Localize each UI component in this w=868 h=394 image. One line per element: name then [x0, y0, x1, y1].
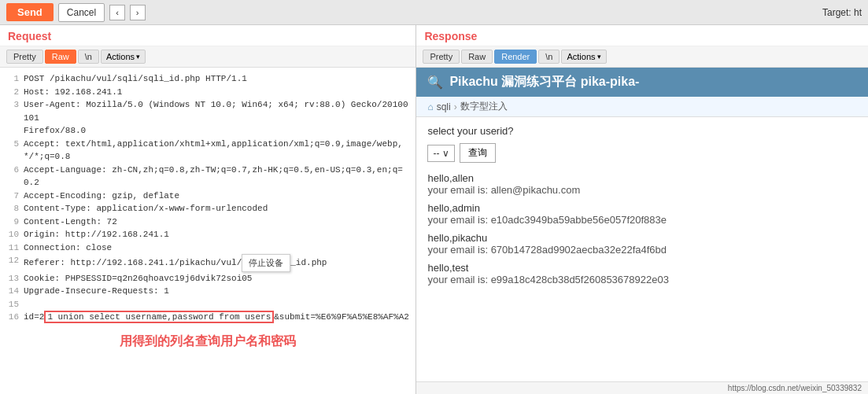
request-panel: Request Pretty Raw \n Actions ▾ 1POST /p… — [0, 25, 416, 394]
response-page-header: 🔍 Pikachu 漏洞练习平台 pika-pika- — [416, 68, 868, 97]
table-row: 12Referer: http://192.168.241.1/pikachu/… — [6, 254, 409, 272]
response-rendered-content[interactable]: 🔍 Pikachu 漏洞练习平台 pika-pika- ⌂ sqli › 数字型… — [416, 68, 868, 381]
breadcrumb-separator: › — [454, 101, 457, 112]
result-name-admin: hello,admin — [427, 202, 857, 214]
query-button[interactable]: 查询 — [460, 143, 496, 163]
search-icon: 🔍 — [427, 75, 443, 90]
table-row: 15 — [6, 298, 409, 311]
tab-pretty-request[interactable]: Pretty — [6, 50, 43, 64]
status-bar: https://blog.csdn.net/weixin_50339832 — [416, 381, 868, 394]
table-row: 9Content-Length: 72 — [6, 215, 409, 229]
tab-render-response[interactable]: Render — [494, 50, 537, 64]
request-header: Request — [0, 25, 416, 46]
response-tabs: Pretty Raw Render \n Actions ▾ — [416, 46, 868, 68]
nav-fwd-button[interactable]: › — [130, 5, 146, 20]
actions-chevron-response: ▾ — [597, 53, 601, 61]
result-name-allen: hello,allen — [427, 172, 857, 184]
send-button[interactable]: Send — [6, 3, 54, 21]
response-panel: Response Pretty Raw Render \n Actions ▾ … — [416, 25, 868, 394]
select-chevron-icon: ∨ — [442, 148, 449, 159]
table-row: 14Upgrade-Insecure-Requests: 1 — [6, 285, 409, 298]
result-allen: hello,allen your email is: allen@pikachu… — [427, 172, 857, 196]
result-email-allen: your email is: allen@pikachu.com — [427, 184, 857, 196]
userid-question: select your userid? — [427, 125, 857, 137]
main-content: Request Pretty Raw \n Actions ▾ 1POST /p… — [0, 25, 868, 394]
result-test: hello,test your email is: e99a18c428cb38… — [427, 262, 857, 285]
table-row: Firefox/88.0 — [6, 124, 409, 138]
tab-n-response[interactable]: \n — [538, 50, 560, 64]
result-email-admin: your email is: e10adc3949ba59abbe56e057f… — [427, 214, 857, 226]
table-row: 10Origin: http://192.168.241.1 — [6, 228, 409, 241]
table-row: 3User-Agent: Mozilla/5.0 (Windows NT 10.… — [6, 98, 409, 124]
select-placeholder: -- — [433, 148, 439, 159]
table-row: 1POST /pikachu/vul/sqli/sqli_id.php HTTP… — [6, 72, 409, 86]
table-row: 13Cookie: PHPSESSID=q2n26qhoavc19j6dvik7… — [6, 272, 409, 285]
nav-back-button[interactable]: ‹ — [109, 5, 125, 20]
actions-label-request: Actions — [106, 52, 135, 61]
toolbar: Send Cancel ‹ › Target: ht — [0, 0, 868, 25]
result-pikachu: hello,pikachu your email is: 670b14728ad… — [427, 232, 857, 256]
tab-raw-request[interactable]: Raw — [45, 50, 76, 64]
breadcrumb: ⌂ sqli › 数字型注入 — [416, 97, 868, 117]
home-icon: ⌂ — [427, 101, 433, 112]
breadcrumb-current: 数字型注入 — [460, 100, 508, 113]
response-page-title: Pikachu 漏洞练习平台 pika-pika- — [449, 74, 639, 90]
page-body: select your userid? -- ∨ 查询 hello,allen … — [416, 117, 868, 300]
annotation-text: 用得到的列名查询用户名和密码 — [6, 324, 409, 354]
userid-select-row[interactable]: -- ∨ 查询 — [427, 143, 857, 163]
tab-raw-response[interactable]: Raw — [461, 50, 493, 64]
request-tabs: Pretty Raw \n Actions ▾ — [0, 46, 416, 68]
result-admin: hello,admin your email is: e10adc3949ba5… — [427, 202, 857, 226]
result-name-test: hello,test — [427, 262, 857, 274]
actions-button-response[interactable]: Actions ▾ — [561, 50, 606, 64]
response-header: Response — [416, 25, 868, 46]
userid-select[interactable]: -- ∨ — [427, 145, 455, 162]
table-row: 11Connection: close — [6, 241, 409, 255]
stop-device-popup: 停止设备 — [242, 254, 290, 272]
table-row: 6Accept-Language: zh-CN,zh;q=0.8,zh-TW;q… — [6, 164, 409, 190]
table-row: 7Accept-Encoding: gzip, deflate — [6, 190, 409, 203]
tab-pretty-response[interactable]: Pretty — [423, 50, 460, 64]
result-email-test: your email is: e99a18c428cb38d5f26085367… — [427, 274, 857, 285]
cancel-button[interactable]: Cancel — [58, 3, 105, 22]
sql-injection-highlight: 1 union select username,password from us… — [44, 311, 274, 323]
table-row: 8Content-Type: application/x-www-form-ur… — [6, 202, 409, 215]
table-row: 16 id=21 union select username,password … — [6, 311, 409, 324]
table-row: 5Accept: text/html,application/xhtml+xml… — [6, 138, 409, 164]
table-row: 2Host: 192.168.241.1 — [6, 86, 409, 99]
actions-button-request[interactable]: Actions ▾ — [101, 50, 146, 64]
request-code-area[interactable]: 1POST /pikachu/vul/sqli/sqli_id.php HTTP… — [0, 68, 416, 394]
actions-label-response: Actions — [567, 52, 595, 61]
breadcrumb-sqli: sqli — [437, 101, 451, 112]
actions-chevron-request: ▾ — [136, 53, 140, 61]
result-email-pikachu: your email is: 670b14728ad9902aecba32e22… — [427, 244, 857, 256]
result-name-pikachu: hello,pikachu — [427, 232, 857, 244]
tab-n-request[interactable]: \n — [78, 50, 99, 64]
target-info: Target: ht — [822, 7, 862, 18]
